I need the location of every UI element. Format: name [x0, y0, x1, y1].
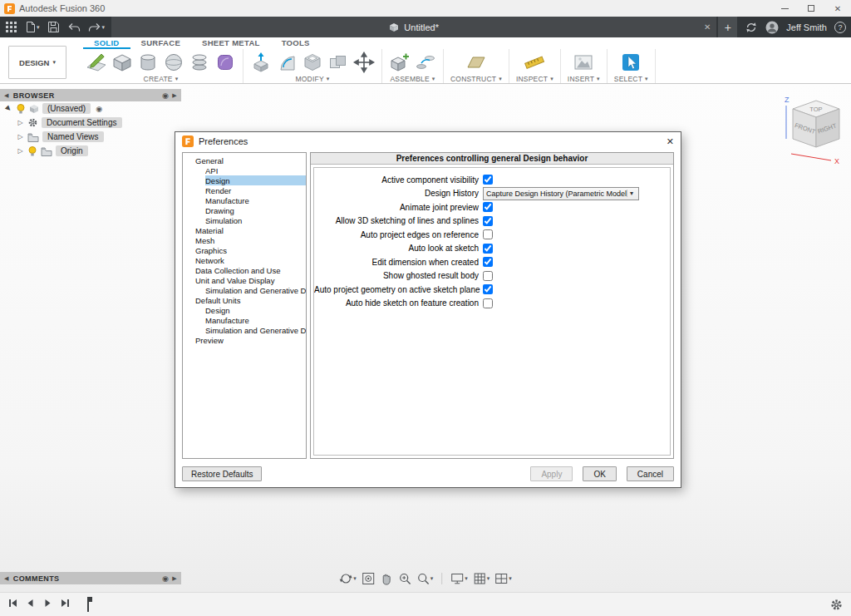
preferences-tree-item[interactable]: Data Collection and Use — [195, 265, 306, 275]
preference-checkbox[interactable] — [483, 244, 493, 254]
coil-icon[interactable] — [189, 52, 210, 73]
preference-checkbox[interactable] — [483, 298, 493, 308]
avatar[interactable] — [765, 20, 779, 35]
joint-icon[interactable] — [415, 52, 436, 73]
preference-checkbox[interactable] — [483, 271, 493, 281]
group-dropdown-create[interactable]: CREATE ▾ — [144, 75, 179, 83]
visibility-bulb-icon[interactable] — [27, 145, 37, 157]
sphere-icon[interactable] — [163, 52, 184, 73]
group-dropdown-assemble[interactable]: ASSEMBLE ▾ — [390, 75, 435, 83]
preference-checkbox[interactable] — [483, 257, 493, 267]
preferences-tree-item[interactable]: Render — [205, 185, 306, 195]
design-history-dropdown[interactable]: Capture Design History (Parametric Model… — [483, 187, 639, 200]
panel-dock-icon[interactable]: ◉ — [162, 91, 169, 100]
preferences-tree-item[interactable]: Mesh — [195, 235, 306, 245]
timeline-position-marker[interactable] — [84, 595, 94, 614]
combine-icon[interactable] — [327, 52, 349, 73]
expanded-triangle-icon[interactable]: ▶ — [3, 103, 14, 114]
ribbon-tab[interactable]: TOOLS — [271, 38, 321, 49]
cancel-button[interactable]: Cancel — [627, 466, 674, 481]
timeline-settings-gear-icon[interactable] — [829, 598, 844, 612]
display-settings-button[interactable]: ▾ — [450, 572, 468, 585]
preferences-tree-item[interactable]: Default Units — [195, 295, 306, 305]
look-at-button[interactable] — [362, 572, 375, 585]
ribbon-tab[interactable]: SHEET METAL — [191, 38, 271, 49]
go-to-start-button[interactable] — [7, 597, 18, 612]
preferences-tree-item[interactable]: Design — [205, 305, 306, 315]
shell-icon[interactable] — [302, 52, 323, 73]
job-status-icon[interactable] — [745, 20, 758, 35]
browser-panel-header[interactable]: ◀ BROWSER ◉ ▶ — [0, 89, 181, 101]
maximize-button[interactable] — [798, 0, 824, 17]
expand-panel-icon[interactable]: ▶ — [172, 92, 177, 99]
construction-plane-icon[interactable] — [465, 52, 487, 73]
minimize-button[interactable] — [771, 0, 798, 17]
preferences-tree-item[interactable]: Network — [195, 255, 306, 265]
preferences-tree-item[interactable]: Graphics — [195, 245, 306, 255]
play-button[interactable] — [42, 597, 53, 612]
browser-item-document-settings[interactable]: ▷ Document Settings — [0, 116, 181, 130]
create-form-icon[interactable] — [214, 52, 236, 73]
grid-and-snaps-button[interactable]: ▾ — [473, 572, 490, 585]
redo-button[interactable]: ▾ — [88, 20, 106, 35]
preference-checkbox[interactable] — [483, 284, 493, 294]
panel-dock-icon[interactable]: ◉ — [162, 574, 169, 583]
fillet-icon[interactable] — [276, 52, 298, 73]
save-button[interactable] — [47, 20, 60, 35]
browser-item-label[interactable]: Origin — [56, 145, 88, 156]
orbit-button[interactable]: ▾ — [339, 572, 357, 585]
step-back-button[interactable] — [25, 597, 36, 612]
box-icon[interactable] — [111, 52, 133, 73]
expand-panel-icon[interactable]: ▶ — [172, 575, 177, 582]
browser-root-row[interactable]: ▶ (Unsaved) ◉ — [0, 101, 181, 116]
undo-button[interactable] — [67, 20, 81, 35]
comments-panel-header[interactable]: ◀ COMMENTS ◉ ▶ — [0, 572, 181, 584]
tab-close-button[interactable]: ✕ — [704, 17, 711, 37]
viewports-button[interactable]: ▾ — [494, 572, 512, 585]
user-name[interactable]: Jeff Smith — [786, 22, 827, 32]
activate-component-radio[interactable]: ◉ — [96, 105, 102, 113]
dialog-titlebar[interactable]: Preferences ✕ — [175, 132, 681, 150]
preferences-tree-item[interactable]: Drawing — [205, 205, 306, 215]
preferences-tree-item[interactable]: Simulation — [205, 215, 306, 225]
fit-button[interactable]: ▾ — [416, 572, 434, 585]
viewcube[interactable]: Z TOP FRONT RIGHT X — [780, 91, 844, 169]
design-workspace-button[interactable]: DESIGN ▾ — [8, 46, 66, 79]
ribbon-tab[interactable]: SURFACE — [130, 38, 192, 49]
select-cursor-icon[interactable] — [620, 52, 642, 73]
browser-item-label[interactable]: Named Views — [42, 131, 104, 142]
preferences-tree-item[interactable]: Design — [205, 175, 306, 185]
group-dropdown-inspect[interactable]: INSPECT ▾ — [516, 75, 553, 83]
preferences-tree-item[interactable]: Preview — [195, 335, 306, 345]
cylinder-icon[interactable] — [137, 52, 159, 73]
move-icon[interactable] — [353, 52, 375, 73]
press-pull-icon[interactable] — [250, 52, 272, 73]
new-component-icon[interactable] — [389, 52, 411, 73]
preferences-tree-item[interactable]: Simulation and Generative Design — [205, 325, 306, 335]
group-dropdown-select[interactable]: SELECT ▾ — [614, 75, 648, 83]
preferences-tree-item[interactable]: API — [205, 165, 306, 175]
group-dropdown-insert[interactable]: INSERT ▾ — [568, 75, 600, 83]
create-sketch-icon[interactable] — [86, 52, 107, 73]
viewport-canvas[interactable]: ◀ BROWSER ◉ ▶ ▶ (Unsaved) ◉ ▷ Document S… — [0, 84, 851, 592]
collapsed-triangle-icon[interactable]: ▷ — [17, 148, 24, 155]
app-grid-icon[interactable] — [5, 20, 17, 35]
document-name-label[interactable]: (Unsaved) — [42, 103, 91, 114]
preference-checkbox[interactable] — [483, 202, 493, 212]
preferences-tree-item[interactable]: General — [195, 155, 306, 165]
collapsed-triangle-icon[interactable]: ▷ — [17, 120, 24, 126]
pan-button[interactable] — [380, 572, 393, 585]
group-dropdown-modify[interactable]: MODIFY ▾ — [296, 75, 330, 83]
ribbon-tab[interactable]: SOLID — [83, 38, 130, 49]
apply-button[interactable]: Apply — [530, 466, 573, 481]
preferences-tree-item[interactable]: Manufacture — [205, 195, 306, 205]
preferences-tree-item[interactable]: Material — [195, 225, 306, 235]
dialog-close-button[interactable]: ✕ — [667, 136, 674, 147]
browser-item-label[interactable]: Document Settings — [42, 117, 122, 128]
close-button[interactable]: ✕ — [824, 0, 851, 17]
preference-checkbox[interactable] — [483, 216, 493, 226]
preference-checkbox[interactable] — [483, 175, 493, 185]
canvas-icon[interactable] — [573, 52, 594, 73]
document-tab[interactable]: Untitled* ✕ — [111, 17, 716, 37]
go-to-end-button[interactable] — [60, 597, 71, 612]
